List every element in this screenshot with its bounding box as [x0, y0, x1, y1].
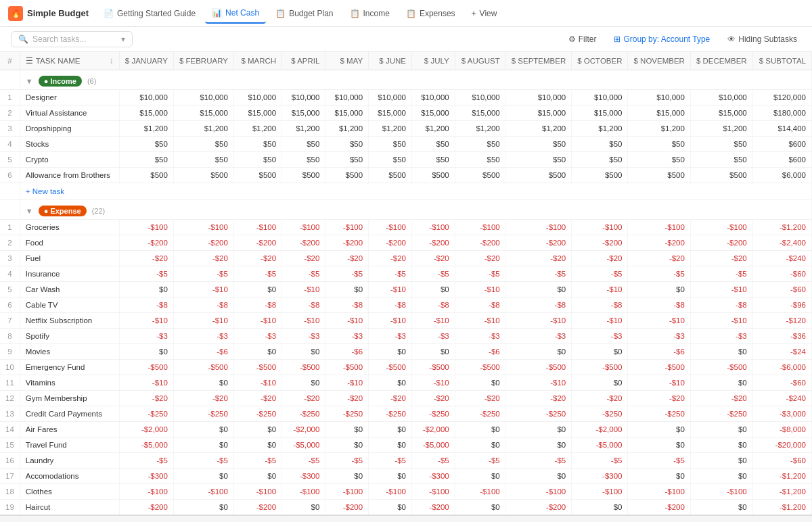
income-new-task-row[interactable]: + New task: [0, 183, 812, 200]
total-oct: $14,619: [572, 515, 628, 522]
income-badge: ● Income: [39, 76, 82, 87]
table-row: 5 Car Wash $0 -$10 $0 -$10 $0 -$10 $0 -$…: [0, 282, 812, 297]
tab-net-cash[interactable]: 📊 Net Cash: [205, 3, 266, 24]
row-name[interactable]: Designer: [20, 90, 119, 105]
total-nov: $21,713: [628, 515, 690, 522]
th-july: $ JULY: [411, 52, 455, 70]
total-mar: $21,719: [233, 515, 281, 522]
cell-jan[interactable]: $10,000: [119, 90, 173, 105]
table-row: 18 Clothes -$100 -$100 -$100 -$100 -$100…: [0, 484, 812, 500]
th-num: #: [0, 52, 20, 70]
eye-icon: 👁: [727, 34, 736, 44]
tab-view[interactable]: + View: [465, 3, 504, 24]
table-row: 6 Allowance from Brothers $500 $500 $500…: [0, 168, 812, 183]
cell-dec[interactable]: $10,000: [690, 90, 752, 105]
th-subtotal: $ SUBTOTAL: [752, 52, 811, 70]
table-row: 19 Haircut -$200 $0 -$200 $0 -$200 $0 -$…: [0, 500, 812, 516]
doc-icon: 📄: [104, 9, 114, 18]
expenses-icon: 📋: [406, 9, 416, 18]
hiding-label: Hiding Subtasks: [738, 34, 797, 44]
cell-may[interactable]: $10,000: [325, 90, 369, 105]
table-row: 5 Crypto $50 $50 $50 $50 $50 $50 $50 $50…: [0, 152, 812, 168]
tab-income[interactable]: 📋 Income: [343, 3, 397, 24]
tab-budget-plan[interactable]: 📋 Budget Plan: [269, 3, 340, 24]
group-by-label: Group by: Account Type: [623, 34, 710, 44]
table-row: 1 Designer $10,000 $10,000 $10,000 $10,0…: [0, 90, 812, 105]
tab-net-cash-label: Net Cash: [225, 8, 259, 18]
cell-nov[interactable]: $10,000: [628, 90, 690, 105]
table-row: 11 Vitamins -$10 $0 -$10 $0 -$10 $0 -$10…: [0, 375, 812, 391]
tab-expenses[interactable]: 📋 Expenses: [399, 3, 462, 24]
table-row: 3 Fuel -$20 -$20 -$20 -$20 -$20 -$20 -$2…: [0, 251, 812, 266]
table-row: 2 Virtual Assistance $15,000 $15,000 $15…: [0, 105, 812, 121]
table-row: 6 Cable TV -$8 -$8 -$8 -$8 -$8 -$8 -$8 -…: [0, 297, 812, 313]
table-row: 4 Insurance -$5 -$5 -$5 -$5 -$5 -$5 -$5 …: [0, 266, 812, 282]
th-april: $ APRIL: [282, 52, 325, 70]
totals-row: $14,419 $21,913 $21,719 $14,619 $21,713 …: [0, 515, 812, 522]
top-navigation: 🔥 Simple Budget 📄 Getting Started Guide …: [0, 0, 812, 27]
income-count: (6): [87, 77, 96, 85]
income-collapse-btn[interactable]: ▼: [26, 77, 33, 85]
tab-view-label: View: [480, 9, 497, 18]
hiding-subtasks-button[interactable]: 👁 Hiding Subtasks: [723, 32, 801, 46]
th-sort-arrow[interactable]: ↕: [110, 57, 114, 65]
search-icon: 🔍: [18, 34, 28, 44]
table-row: 16 Laundry -$5 -$5 -$5 -$5 -$5 -$5 -$5 -…: [0, 453, 812, 469]
table-row: 2 Food -$200 -$200 -$200 -$200 -$200 -$2…: [0, 235, 812, 251]
filter-icon: ⚙: [568, 34, 576, 44]
table-row: 7 Netflix Subscription -$10 -$10 -$10 -$…: [0, 313, 812, 329]
th-task-name-label: TASK NAME: [36, 57, 81, 65]
table-row: 4 Stocks $50 $50 $50 $50 $50 $50 $50 $50…: [0, 137, 812, 152]
cell-jun[interactable]: $10,000: [369, 90, 412, 105]
cell-apr[interactable]: $10,000: [282, 90, 325, 105]
table-row: 3 Dropshipping $1,200 $1,200 $1,200 $1,2…: [0, 121, 812, 137]
expense-badge: ● Expense: [39, 206, 87, 216]
tab-getting-started[interactable]: 📄 Getting Started Guide: [97, 3, 202, 24]
cell-sep[interactable]: $10,000: [505, 90, 572, 105]
app-icon: 🔥: [8, 6, 23, 21]
cell-mar[interactable]: $10,000: [233, 90, 281, 105]
cell-sub: $120,000: [752, 90, 811, 105]
new-task-label[interactable]: + New task: [20, 183, 811, 200]
group-by-icon: ⊞: [614, 34, 621, 44]
income-icon: 📋: [350, 9, 360, 18]
total-sep: $21,719: [505, 515, 572, 522]
task-sort-icon: ☰: [26, 56, 33, 66]
toolbar: 🔍 Search tasks... ▾ ⚙ Filter ⊞ Group by:…: [0, 27, 812, 52]
table-row: 8 Spotify -$3 -$3 -$3 -$3 -$3 -$3 -$3 -$…: [0, 329, 812, 344]
search-box[interactable]: 🔍 Search tasks... ▾: [11, 31, 133, 47]
total-feb: $21,913: [173, 515, 233, 522]
plus-icon: +: [472, 9, 476, 18]
expense-section-header: ▼ ● Expense (22): [0, 200, 812, 220]
expense-count: (22): [92, 207, 106, 215]
total-apr: $14,619: [282, 515, 325, 522]
filter-button[interactable]: ⚙ Filter: [564, 32, 601, 46]
total-aug: $21,913: [455, 515, 505, 522]
th-december: $ DECEMBER: [690, 52, 752, 70]
th-february: $ FEBRUARY: [173, 52, 233, 70]
table-row: 17 Accomodations -$300 $0 $0 -$300 $0 $0…: [0, 469, 812, 484]
th-january: $ JANUARY: [119, 52, 173, 70]
budget-table: # ☰ TASK NAME ↕ $ JANUARY $ FEBRUARY $ M…: [0, 52, 812, 522]
th-september: $ SEPTEMBER: [505, 52, 572, 70]
cell-feb[interactable]: $10,000: [173, 90, 233, 105]
group-by-button[interactable]: ⊞ Group by: Account Type: [610, 32, 714, 46]
row-name[interactable]: Virtual Assistance: [20, 105, 119, 121]
budget-icon: 📋: [275, 9, 286, 18]
app-logo: 🔥 Simple Budget: [8, 6, 89, 21]
search-placeholder: Search tasks...: [32, 34, 86, 44]
cell-aug[interactable]: $10,000: [455, 90, 505, 105]
table-row: 14 Air Fares -$2,000 $0 $0 -$2,000 $0 $0…: [0, 422, 812, 437]
filter-label: Filter: [579, 34, 597, 44]
total-jun: $21,919: [369, 515, 412, 522]
table-row: 12 Gym Membership -$20 -$20 -$20 -$20 -$…: [0, 391, 812, 406]
cell-jul[interactable]: $10,000: [411, 90, 455, 105]
expense-collapse-btn[interactable]: ▼: [26, 207, 33, 215]
search-dropdown-icon[interactable]: ▾: [121, 34, 125, 44]
row-num: 2: [0, 105, 20, 121]
cell-oct[interactable]: $10,000: [572, 90, 628, 105]
table-header-row: # ☰ TASK NAME ↕ $ JANUARY $ FEBRUARY $ M…: [0, 52, 812, 70]
toolbar-actions: ⚙ Filter ⊞ Group by: Account Type 👁 Hidi…: [564, 32, 801, 46]
income-section-header: ▼ ● Income (6): [0, 70, 812, 90]
total-sub: $232,604: [752, 515, 811, 522]
